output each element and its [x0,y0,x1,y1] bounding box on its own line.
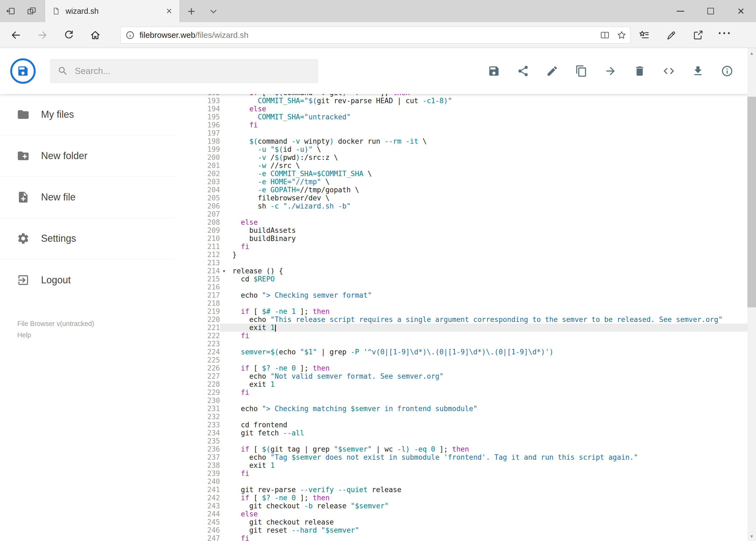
code-line[interactable]: 198 $(command -v winpty) docker run --rm… [174,137,756,145]
code-line[interactable]: 228 exit 1 [174,380,756,388]
code-line[interactable]: 245 git checkout release [174,518,756,526]
forward-button[interactable] [29,22,56,48]
code-line[interactable]: 212} [174,251,756,259]
copy-button[interactable] [575,65,588,77]
code-line[interactable]: 239 fi [174,469,756,477]
rename-button[interactable] [546,65,559,77]
window-close-button[interactable]: × [726,0,756,22]
search-bar[interactable] [50,59,318,83]
code-line[interactable]: 197 [174,129,756,137]
code-line[interactable]: 222 fi [174,332,756,340]
code-line[interactable]: 201 -w //src \ [174,162,756,170]
code-line[interactable]: 199 -u "$(id -u)" \ [174,145,756,154]
site-info-icon[interactable] [126,31,135,40]
code-line[interactable]: 206 sh -c "./wizard.sh -b" [174,202,756,210]
code-line[interactable]: 213 [174,259,756,267]
help-link[interactable]: Help [17,329,174,340]
code-line[interactable]: 233 cd frontend [174,421,756,429]
code-line[interactable]: 216 [174,283,756,291]
code-line[interactable]: 194 else [174,105,756,113]
delete-button[interactable] [633,65,646,77]
code-line[interactable]: 214▾release () { [174,267,756,275]
share-page-button[interactable] [684,22,711,48]
raw-code-button[interactable] [662,65,675,77]
code-line[interactable]: 207 [174,210,756,218]
search-input[interactable] [75,66,311,76]
code-line[interactable]: 217 echo "> Checking semver format" [174,291,756,299]
code-line[interactable]: 220 echo "This release script requires a… [174,315,756,323]
code-line[interactable]: 231 echo "> Checking matching $semver in… [174,405,756,413]
info-button[interactable] [721,65,733,77]
sidebar-item-new-file[interactable]: New file [0,177,174,218]
code-line[interactable]: 221 exit 1 [174,323,756,332]
scroll-down-arrow-icon[interactable]: ▾ [747,531,756,541]
code-line[interactable]: 225 [174,356,756,364]
scrollbar-thumb[interactable] [747,97,756,307]
tab-list-chevron-button[interactable] [203,0,222,22]
fold-arrow-icon[interactable]: ▾ [220,267,228,275]
code-line[interactable]: 215 cd $REPO [174,275,756,283]
url-bar[interactable]: filebrowser.web/files/wizard.sh [121,27,630,44]
code-line[interactable]: 226 if [ $? -ne 0 ]; then [174,364,756,372]
code-line[interactable]: 247 fi [174,534,756,541]
scroll-up-arrow-icon[interactable]: ▴ [747,48,756,58]
code-editor[interactable]: 192 if [ "$(command -v git)" != "" ]; th… [174,94,756,541]
back-button[interactable] [3,22,29,48]
new-tab-button[interactable]: + [180,0,203,22]
reading-view-button[interactable] [600,30,610,40]
code-line[interactable]: 234 git fetch --all [174,429,756,437]
code-line[interactable]: 211 fi [174,243,756,251]
page-scrollbar[interactable]: ▴ ▾ [747,48,756,541]
annotate-button[interactable] [657,22,684,48]
sidebar-item-settings[interactable]: Settings [0,218,174,259]
home-button[interactable] [82,22,109,48]
code-line[interactable]: 246 git reset --hard "$semver" [174,526,756,534]
set-tabs-aside-button[interactable] [0,0,21,22]
code-line[interactable]: 242 if [ $? -ne 0 ]; then [174,494,756,502]
code-line[interactable]: 227 echo "Not valid semver format. See s… [174,372,756,380]
code-line[interactable]: 240 [174,477,756,486]
code-line[interactable]: 218 [174,299,756,307]
code-line[interactable]: 203 -e HOME="//tmp" \ [174,178,756,186]
code-line[interactable]: 210 buildBinary [174,235,756,243]
window-maximize-button[interactable] [695,0,726,22]
code-line[interactable]: 243 git checkout -b release "$semver" [174,502,756,510]
code-line[interactable]: 241 git rev-parse --verify --quiet relea… [174,486,756,494]
code-line[interactable]: 192 if [ "$(command -v git)" != "" ]; th… [174,94,756,97]
browser-tab-active[interactable]: wizard.sh × [45,0,180,22]
code-line[interactable]: 209 buildAssets [174,226,756,235]
code-line[interactable]: 205 filebrowser/dev \ [174,194,756,202]
code-line[interactable]: 238 exit 1 [174,461,756,469]
code-line[interactable]: 204 -e GOPATH=//tmp/gopath \ [174,186,756,194]
tab-close-icon[interactable]: × [164,6,174,16]
app-logo[interactable] [10,58,36,84]
code-line[interactable]: 230 [174,396,756,405]
sidebar-item-my-files[interactable]: My files [0,94,174,135]
code-line[interactable]: 236 if [ $(git tag | grep "$semver" | wc… [174,445,756,453]
sidebar-item-logout[interactable]: Logout [0,259,174,300]
code-line[interactable]: 200 -v /$(pwd):/src:z \ [174,154,756,162]
code-line[interactable]: 223 [174,340,756,348]
refresh-button[interactable] [56,22,82,48]
sidebar-item-new-folder[interactable]: New folder [0,135,174,177]
move-button[interactable] [604,65,617,77]
more-menu-button[interactable]: ··· [711,22,738,48]
code-line[interactable]: 193 COMMIT_SHA="$(git rev-parse HEAD | c… [174,97,756,105]
code-line[interactable]: 229 fi [174,388,756,396]
hub-button[interactable] [630,22,657,48]
code-line[interactable]: 224 semver=$(echo "$1" | grep -P '^v(0|[… [174,348,756,356]
code-line[interactable]: 208 else [174,218,756,226]
code-line[interactable]: 244 else [174,510,756,518]
code-line[interactable]: 237 echo "Tag $semver does not exist in … [174,453,756,461]
code-line[interactable]: 232 [174,413,756,421]
code-line[interactable]: 202 -e COMMIT_SHA=$COMMIT_SHA \ [174,170,756,178]
add-favorite-button[interactable] [617,30,627,40]
code-line[interactable]: 196 fi [174,121,756,129]
download-button[interactable] [692,65,704,77]
code-line[interactable]: 195 COMMIT_SHA="untracked" [174,113,756,121]
code-line[interactable]: 219 if [ $# -ne 1 ]; then [174,307,756,315]
share-button[interactable] [517,65,529,77]
save-button[interactable] [488,65,500,77]
window-minimize-button[interactable] [665,0,695,22]
code-line[interactable]: 235 [174,437,756,445]
